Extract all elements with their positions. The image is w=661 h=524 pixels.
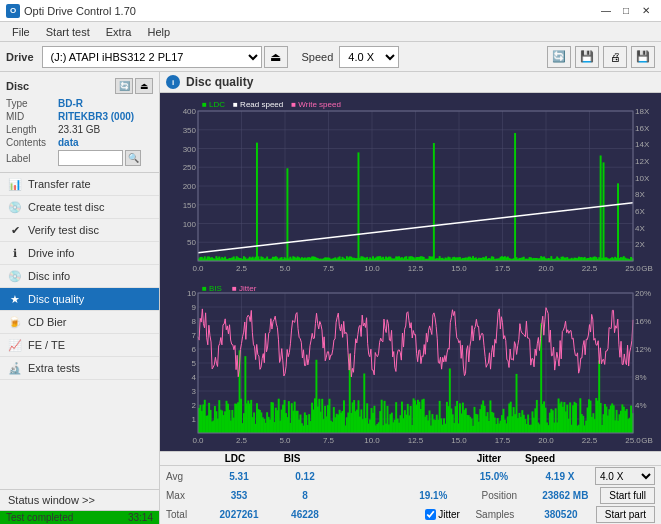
- disc-contents-value: data: [58, 137, 79, 148]
- eject-button[interactable]: ⏏: [264, 46, 288, 68]
- samples-value: 380520: [530, 509, 592, 520]
- disc-label-row: Label 🔍: [6, 150, 153, 166]
- create-test-disc-icon: 💿: [8, 200, 22, 214]
- total-bis: 46228: [274, 509, 336, 520]
- start-full-button[interactable]: Start full: [600, 487, 655, 504]
- max-label: Max: [166, 490, 204, 501]
- disc-info-panel: Disc 🔄 ⏏ Type BD-R MID RITEKBR3 (000) Le…: [0, 72, 159, 173]
- disc-quality-icon-header: i: [166, 75, 180, 89]
- disc-label-input[interactable]: [58, 150, 123, 166]
- speed-label: Speed: [302, 51, 334, 63]
- disc-contents-label: Contents: [6, 137, 58, 148]
- stats-avg-row: Avg 5.31 0.12 15.0% 4.19 X 4.0 X: [160, 466, 661, 486]
- speed-val-display: 4.19 X: [529, 471, 591, 482]
- sidebar-item-drive-info[interactable]: ℹ Drive info: [0, 242, 159, 265]
- fe-te-icon: 📈: [8, 338, 22, 352]
- disc-type-value: BD-R: [58, 98, 83, 109]
- disc-mid-value: RITEKBR3 (000): [58, 111, 134, 122]
- sidebar-item-label-transfer-rate: Transfer rate: [28, 178, 91, 190]
- minimize-button[interactable]: —: [597, 3, 615, 19]
- speed-dropdown[interactable]: 4.0 X: [595, 467, 655, 485]
- sidebar-item-label-disc-quality: Disc quality: [28, 293, 84, 305]
- close-button[interactable]: ✕: [637, 3, 655, 19]
- stats-ldc-header: LDC: [204, 453, 266, 464]
- menu-start-test[interactable]: Start test: [38, 25, 98, 39]
- drive-icon-btn-2[interactable]: 💾: [575, 46, 599, 68]
- menu-help[interactable]: Help: [139, 25, 178, 39]
- nav-items: 📊 Transfer rate 💿 Create test disc ✔ Ver…: [0, 173, 159, 489]
- jitter-checkbox[interactable]: [425, 509, 436, 520]
- progress-bar-container: Test completed 33:14: [0, 510, 159, 524]
- status-window-label: Status window >>: [8, 494, 95, 506]
- stats-total-row: Total 2027261 46228 Jitter Samples 38052…: [160, 505, 661, 524]
- sidebar-item-label-extra-tests: Extra tests: [28, 362, 80, 374]
- avg-ldc: 5.31: [208, 471, 270, 482]
- jitter-checkbox-container: Jitter: [425, 509, 460, 520]
- max-ldc: 353: [208, 490, 270, 501]
- disc-quality-title: Disc quality: [186, 75, 253, 89]
- drive-icon-btn-1[interactable]: 🔄: [547, 46, 571, 68]
- disc-header-icons: 🔄 ⏏: [115, 78, 153, 94]
- bottom-panel: LDC BIS Jitter Speed Avg 5.31 0.12 15.0%…: [160, 451, 661, 524]
- content-area: i Disc quality LDC BIS Jitter Speed Avg: [160, 72, 661, 524]
- speed-select[interactable]: 4.0 X: [339, 46, 399, 68]
- disc-mid-label: MID: [6, 111, 58, 122]
- chart1-canvas: [160, 93, 661, 279]
- app-title: Opti Drive Control 1.70: [24, 5, 136, 17]
- disc-length-label: Length: [6, 124, 58, 135]
- chart2-canvas: [160, 279, 661, 451]
- drive-icon-btn-3[interactable]: 🖨: [603, 46, 627, 68]
- sidebar-item-create-test-disc[interactable]: 💿 Create test disc: [0, 196, 159, 219]
- sidebar-item-fe-te[interactable]: 📈 FE / TE: [0, 334, 159, 357]
- menu-extra[interactable]: Extra: [98, 25, 140, 39]
- sidebar-item-disc-quality[interactable]: ★ Disc quality: [0, 288, 159, 311]
- sidebar-item-label-fe-te: FE / TE: [28, 339, 65, 351]
- disc-header-label: Disc: [6, 80, 29, 92]
- main-layout: Disc 🔄 ⏏ Type BD-R MID RITEKBR3 (000) Le…: [0, 72, 661, 524]
- menu-file[interactable]: File: [4, 25, 38, 39]
- cd-bier-icon: 🍺: [8, 315, 22, 329]
- extra-tests-icon: 🔬: [8, 361, 22, 375]
- drive-select[interactable]: (J:) ATAPI iHBS312 2 PL17: [42, 46, 262, 68]
- disc-quality-icon: ★: [8, 292, 22, 306]
- start-part-button[interactable]: Start part: [596, 506, 655, 523]
- drive-select-container: (J:) ATAPI iHBS312 2 PL17 ⏏: [42, 46, 288, 68]
- sidebar-item-label-verify: Verify test disc: [28, 224, 99, 236]
- app-icon: O: [6, 4, 20, 18]
- disc-contents-row: Contents data: [6, 137, 153, 148]
- samples-label: Samples: [464, 509, 526, 520]
- status-window-button[interactable]: Status window >>: [0, 489, 159, 510]
- disc-header: Disc 🔄 ⏏: [6, 78, 153, 94]
- status-text: Test completed: [6, 512, 73, 523]
- total-ldc: 2027261: [208, 509, 270, 520]
- drive-bar: Drive (J:) ATAPI iHBS312 2 PL17 ⏏ Speed …: [0, 42, 661, 72]
- maximize-button[interactable]: □: [617, 3, 635, 19]
- avg-jitter: 15.0%: [463, 471, 525, 482]
- sidebar-item-verify-test-disc[interactable]: ✔ Verify test disc: [0, 219, 159, 242]
- disc-eject-icon[interactable]: ⏏: [135, 78, 153, 94]
- disc-label-icon[interactable]: 🔍: [125, 150, 141, 166]
- max-jitter: 19.1%: [402, 490, 464, 501]
- sidebar-item-cd-bier[interactable]: 🍺 CD Bier: [0, 311, 159, 334]
- position-label: Position: [468, 490, 530, 501]
- drive-icon-btn-4[interactable]: 💾: [631, 46, 655, 68]
- disc-length-row: Length 23.31 GB: [6, 124, 153, 135]
- max-bis: 8: [274, 490, 336, 501]
- stats-bis-header: BIS: [266, 453, 318, 464]
- sidebar-item-transfer-rate[interactable]: 📊 Transfer rate: [0, 173, 159, 196]
- sidebar-item-disc-info[interactable]: 💿 Disc info: [0, 265, 159, 288]
- disc-label-text: Label: [6, 153, 58, 164]
- title-bar-left: O Opti Drive Control 1.70: [6, 4, 136, 18]
- disc-quality-header: i Disc quality: [160, 72, 661, 93]
- disc-mid-row: MID RITEKBR3 (000): [6, 111, 153, 122]
- jitter-checkbox-label: Jitter: [438, 509, 460, 520]
- sidebar: Disc 🔄 ⏏ Type BD-R MID RITEKBR3 (000) Le…: [0, 72, 160, 524]
- total-label: Total: [166, 509, 204, 520]
- disc-type-label: Type: [6, 98, 58, 109]
- avg-bis: 0.12: [274, 471, 336, 482]
- sidebar-item-label-disc-info: Disc info: [28, 270, 70, 282]
- sidebar-item-extra-tests[interactable]: 🔬 Extra tests: [0, 357, 159, 380]
- verify-test-disc-icon: ✔: [8, 223, 22, 237]
- drive-info-icon: ℹ: [8, 246, 22, 260]
- disc-refresh-icon[interactable]: 🔄: [115, 78, 133, 94]
